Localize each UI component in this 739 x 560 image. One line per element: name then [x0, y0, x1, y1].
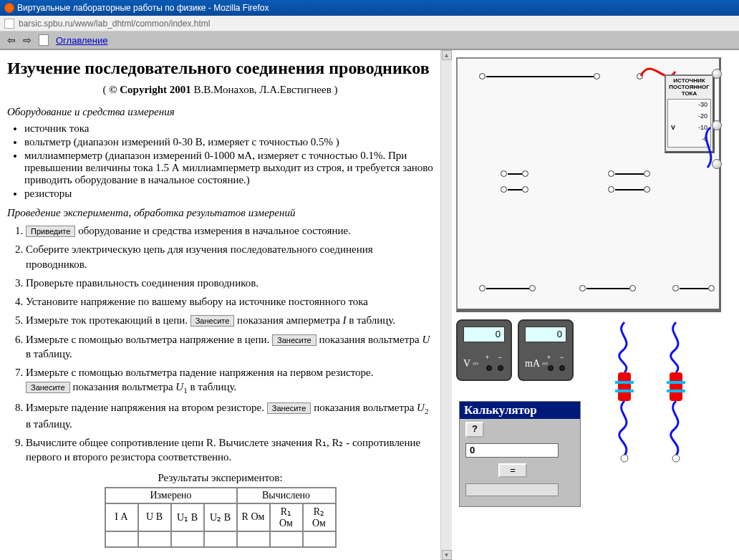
wire-segment — [508, 189, 522, 190]
list-item: Измерьте падение напряжения на втором ре… — [26, 400, 433, 431]
terminal-node[interactable] — [608, 170, 614, 177]
terminal-node[interactable] — [644, 186, 650, 193]
list-item: миллиамперметр (диапазон измерений 0-100… — [24, 150, 433, 186]
reset-button[interactable]: Приведите — [26, 226, 75, 237]
source-terminal-plus[interactable] — [712, 69, 722, 79]
col-R: R Ом — [237, 503, 270, 531]
col-U2: U₂ В — [204, 503, 237, 531]
scrollbar-vertical[interactable]: ▴ ▾ — [440, 50, 452, 560]
forward-button[interactable]: ⇨ — [23, 34, 32, 46]
procedure-list: Приведите оборудование и средства измере… — [26, 223, 433, 465]
copyright: ( © Copyright 2001 В.В.Монахов, Л.А.Евст… — [7, 84, 433, 96]
voltmeter-port-plus[interactable] — [486, 365, 492, 371]
list-item: Вычислите общее сопротивление цепи R. Вы… — [26, 435, 433, 465]
window-titlebar: Виртуальные лабораторные работы по физик… — [0, 0, 739, 16]
circuit-board[interactable]: ИСТОЧНИК ПОСТОЯННОГ ТОКА -30 -20 -10 -0 … — [456, 57, 721, 312]
table-cell[interactable] — [204, 531, 237, 547]
terminal-node[interactable] — [529, 285, 536, 291]
simulation-pane: ИСТОЧНИК ПОСТОЯННОГ ТОКА -30 -20 -10 -0 … — [452, 50, 739, 560]
back-button[interactable]: ⇦ — [7, 34, 16, 46]
table-cell[interactable] — [105, 531, 138, 547]
calculator-help-button[interactable]: ? — [465, 422, 484, 438]
scroll-up-icon[interactable]: ▴ — [442, 50, 452, 60]
save-button[interactable]: Занесите — [190, 315, 235, 327]
table-cell[interactable] — [270, 531, 303, 547]
voltmeter-port-minus[interactable] — [498, 365, 503, 371]
svg-point-3 — [621, 455, 628, 462]
list-item: Измерьте ток протекающий в цепи. Занесит… — [26, 313, 433, 327]
wire-segment — [586, 288, 629, 289]
address-bar[interactable]: barsic.spbu.ru/www/lab_dhtml/common/inde… — [0, 16, 739, 32]
svg-rect-0 — [618, 372, 631, 401]
terminal-node[interactable] — [579, 285, 586, 291]
list-item: источник тока — [24, 122, 433, 135]
terminal-node[interactable] — [672, 285, 679, 291]
terminal-node[interactable] — [522, 170, 528, 177]
calculator-title: Калькулятор — [460, 402, 580, 419]
terminal-node[interactable] — [629, 285, 636, 291]
svg-rect-4 — [670, 372, 682, 401]
resistor-1[interactable] — [608, 322, 641, 465]
wire-blue — [697, 125, 719, 175]
list-item: вольтметр (диапазон измерений 0-30 В, из… — [24, 136, 433, 148]
list-item: Установите напряжение по вашему выбору н… — [26, 294, 433, 309]
wire-segment — [680, 288, 708, 289]
col-U: U В — [138, 503, 171, 531]
terminal-node[interactable] — [501, 170, 507, 177]
scroll-down-icon[interactable]: ▾ — [442, 550, 452, 560]
terminal-node[interactable] — [522, 186, 528, 193]
terminal-node[interactable] — [479, 285, 486, 291]
contents-link[interactable]: Оглавление — [56, 35, 107, 46]
page-icon — [4, 19, 14, 29]
table-header-computed: Вычислено — [237, 488, 336, 503]
terminal-node[interactable] — [594, 73, 600, 79]
calculator: Калькулятор ? 0 = — [459, 401, 581, 507]
list-item: Измерьте с помощью вольтметра падение на… — [26, 365, 433, 396]
terminal-node[interactable] — [501, 186, 507, 193]
ammeter[interactable]: 0 mA ⎓ +− — [518, 319, 574, 381]
terminal-node[interactable] — [644, 170, 650, 177]
terminal-node[interactable] — [608, 186, 614, 193]
svg-point-7 — [672, 455, 680, 462]
calculator-display[interactable]: 0 — [465, 443, 559, 458]
table-cell[interactable] — [171, 531, 204, 547]
terminal-node[interactable] — [708, 285, 715, 291]
list-item: резисторы — [24, 188, 433, 200]
table-cell[interactable] — [138, 531, 171, 547]
list-item: Измерьте с помощью вольтметра напряжение… — [26, 332, 433, 362]
col-U1: U₁ В — [171, 503, 204, 531]
section-procedure: Проведение эксперимента, обработка резул… — [7, 207, 433, 219]
save-button[interactable]: Занесите — [26, 382, 70, 393]
calculator-result — [465, 483, 559, 496]
calculator-equals-button[interactable]: = — [498, 463, 527, 478]
svg-rect-2 — [615, 390, 634, 392]
ammeter-display: 0 — [525, 327, 566, 342]
save-button[interactable]: Занесите — [272, 334, 317, 346]
url-text: barsic.spbu.ru/www/lab_dhtml/common/inde… — [19, 19, 210, 29]
voltmeter[interactable]: 0 V ⎓ +− — [456, 319, 512, 381]
ammeter-port-minus[interactable] — [559, 365, 565, 371]
save-button[interactable]: Занесите — [267, 402, 311, 414]
list-item: Проверьте правильность соединения провод… — [26, 276, 433, 290]
col-R1: R₁ Ом — [270, 503, 303, 531]
terminal-node[interactable] — [479, 73, 486, 79]
col-R2: R₂ Ом — [303, 503, 336, 531]
page-title: Изучение последовательного соединения пр… — [7, 59, 433, 78]
svg-rect-1 — [615, 381, 634, 384]
window-title: Виртуальные лабораторные работы по физик… — [17, 3, 269, 13]
wire-segment — [486, 288, 529, 289]
svg-rect-6 — [667, 390, 685, 392]
list-item: Приведите оборудование и средства измере… — [26, 223, 433, 238]
table-cell[interactable] — [303, 531, 336, 547]
wire-segment — [615, 189, 644, 190]
wire-segment — [508, 173, 522, 175]
results-table: Измерено Вычислено I А U В U₁ В U₂ В R О… — [105, 487, 337, 548]
section-equipment: Оборудование и средства измерения — [7, 106, 433, 118]
table-cell[interactable] — [237, 531, 270, 547]
ammeter-label: mA ⎓ — [525, 358, 548, 370]
list-item: Соберите электрическую цепь для изучения… — [26, 242, 433, 271]
col-I: I А — [105, 503, 138, 531]
ammeter-port-plus[interactable] — [548, 365, 554, 371]
resistor-2[interactable] — [660, 322, 692, 465]
document-icon — [39, 34, 49, 46]
